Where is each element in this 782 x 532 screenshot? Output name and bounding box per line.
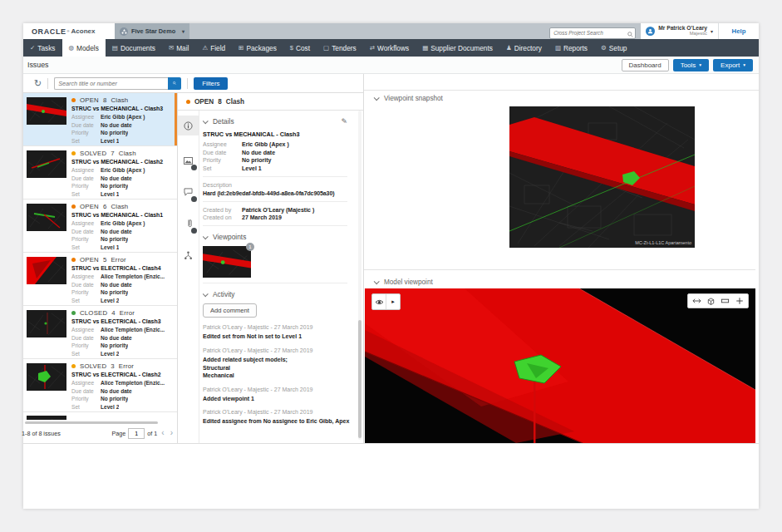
search-button[interactable] bbox=[168, 77, 181, 90]
orbit-button[interactable] bbox=[704, 294, 718, 308]
status-text: Clash bbox=[119, 150, 136, 157]
tab-documents[interactable]: ▤Documents bbox=[106, 39, 162, 57]
aconex-wordmark: Aconex bbox=[71, 27, 96, 35]
scrollbar-thumb[interactable] bbox=[358, 320, 361, 438]
issue-list-item[interactable]: OPEN8ClashSTRUC vs MECHANICAL - Clash3As… bbox=[23, 93, 177, 146]
issue-list-item[interactable] bbox=[23, 412, 177, 420]
help-link[interactable]: Help bbox=[718, 23, 759, 39]
status-text: Clash bbox=[111, 96, 128, 104]
user-name: Mr Patrick O'Leary bbox=[658, 26, 707, 32]
filters-button[interactable]: Filters bbox=[194, 77, 228, 90]
tab-comments[interactable] bbox=[178, 182, 199, 202]
field-label: Priority bbox=[71, 129, 101, 137]
pan-button[interactable] bbox=[690, 294, 704, 308]
project-selector[interactable]: Five Star Demo ▾ bbox=[115, 23, 189, 39]
viewpoint-thumbnail[interactable]: 1 bbox=[203, 246, 251, 278]
field-label: Priority bbox=[203, 157, 242, 163]
next-page-button[interactable]: › bbox=[169, 429, 175, 437]
tab-attachments[interactable] bbox=[178, 214, 199, 234]
tab-tenders[interactable]: ▢Tenders bbox=[317, 39, 363, 57]
tab-cost[interactable]: $Cost bbox=[283, 39, 317, 57]
field-icon: ⚠ bbox=[202, 44, 208, 52]
field-label: Due date bbox=[71, 175, 101, 183]
edit-details-icon[interactable]: ✎ bbox=[341, 117, 347, 126]
issue-field-row: AssigneeAlice Templeton (Enzic... bbox=[71, 379, 172, 387]
models-icon: ◍ bbox=[69, 44, 75, 52]
tab-supplier-documents[interactable]: ▦Supplier Documents bbox=[416, 39, 499, 57]
detail-field-row: Due dateNo due date bbox=[203, 150, 354, 155]
model-viewpoint-label: Model viewpoint bbox=[384, 278, 433, 286]
plus-icon bbox=[735, 297, 744, 305]
description-value: Hard (id:2eb9edaf-bfdb-449d-a8ea-0fa7dc9… bbox=[203, 190, 354, 196]
model-viewport[interactable]: ▸ bbox=[365, 288, 755, 443]
expand-panel-button[interactable]: ▸ bbox=[386, 294, 400, 309]
activity-section-header[interactable]: Activity bbox=[203, 290, 354, 298]
tab-label: Cost bbox=[296, 44, 310, 52]
tab-models[interactable]: ◍Models bbox=[62, 39, 106, 57]
field-value: No due date bbox=[101, 387, 132, 396]
tab-tasks[interactable]: ✓Tasks bbox=[23, 39, 62, 57]
comment-icon bbox=[184, 188, 193, 196]
image-icon bbox=[184, 157, 193, 165]
issue-list-item[interactable]: SOLVED3ErrorSTRUC vs ELECTRICAL - Clash2… bbox=[23, 359, 177, 412]
dashboard-button[interactable]: Dashboard bbox=[622, 59, 669, 71]
status-text: Error bbox=[120, 309, 135, 317]
field-value: Level 1 bbox=[101, 137, 119, 145]
cross-project-search-input[interactable] bbox=[549, 27, 636, 39]
tab-packages[interactable]: ⊞Packages bbox=[232, 39, 283, 57]
page-input[interactable] bbox=[128, 428, 145, 439]
details-label: Details bbox=[213, 117, 234, 126]
pan-icon bbox=[692, 298, 701, 304]
field-label: Priority bbox=[71, 395, 101, 403]
issue-list-item[interactable]: CLOSED4ErrorSTRUC vs ELECTRICAL - Clash3… bbox=[23, 306, 177, 359]
tab-mail[interactable]: ✉Mail bbox=[162, 39, 196, 57]
visibility-button[interactable] bbox=[372, 294, 386, 309]
field-value: Level 2 bbox=[101, 403, 119, 411]
tab-field[interactable]: ⚠Field bbox=[195, 39, 232, 57]
prev-page-button[interactable]: ‹ bbox=[160, 429, 165, 437]
model-viewpoint-header[interactable]: Model viewpoint bbox=[364, 274, 759, 289]
field-value: No priority bbox=[101, 182, 128, 190]
tab-info[interactable] bbox=[178, 116, 199, 135]
issue-list-item[interactable]: OPEN6ClashSTRUC vs MECHANICAL - Clash1As… bbox=[23, 200, 177, 253]
issue-field-row: AssigneeEric Gibb (Apex ) bbox=[71, 113, 172, 121]
field-label: Assignee bbox=[71, 166, 101, 175]
tab-label: Reports bbox=[563, 44, 588, 52]
issue-field-row: AssigneeEric Gibb (Apex ) bbox=[71, 166, 172, 175]
tools-button[interactable]: Tools▾ bbox=[673, 59, 709, 71]
activity-label: Activity bbox=[213, 290, 235, 298]
viewpoint-snapshot-header[interactable]: Viewpoint snapshot bbox=[364, 90, 759, 106]
tab-related-models[interactable] bbox=[178, 245, 199, 265]
tab-workflows[interactable]: ⇄Workflows bbox=[363, 39, 416, 57]
tasks-icon: ✓ bbox=[30, 44, 35, 52]
activity-text: Added viewpoint 1 bbox=[203, 395, 354, 403]
issue-list-item[interactable]: SOLVED7ClashSTRUC vs MECHANICAL - Clash2… bbox=[23, 146, 177, 200]
reports-icon: ▥ bbox=[555, 44, 561, 52]
horizontal-scrollbar[interactable] bbox=[25, 421, 158, 424]
tab-reports[interactable]: ▥Reports bbox=[548, 39, 594, 57]
tab-label: Supplier Documents bbox=[430, 44, 493, 52]
viewpoint-snapshot-image: MC-Zt-L1-L1C Apartamento bbox=[509, 106, 695, 248]
add-comment-button[interactable]: Add comment bbox=[203, 303, 257, 318]
field-value: 27 March 2019 bbox=[242, 214, 282, 220]
page-label: Page bbox=[112, 430, 126, 437]
tab-setup[interactable]: ⚙Setup bbox=[594, 39, 633, 57]
tab-directory[interactable]: ♟Directory bbox=[499, 39, 548, 57]
issue-thumbnail bbox=[27, 310, 66, 337]
tab-viewpoints[interactable] bbox=[178, 150, 199, 170]
status-text: 3 bbox=[111, 362, 115, 370]
issue-list-item[interactable]: OPEN5ErrorSTRUC vs ELECTRICAL - Clash4As… bbox=[23, 253, 177, 306]
field-label: Assignee bbox=[71, 113, 101, 121]
refresh-icon[interactable]: ↻ bbox=[34, 79, 42, 88]
chevron-down-icon: ▾ bbox=[699, 62, 701, 67]
viewpoints-section-header[interactable]: Viewpoints bbox=[203, 233, 354, 241]
issue-field-row: AssigneeAlice Templeton (Enzic... bbox=[71, 273, 172, 281]
status-text: Error bbox=[119, 362, 134, 370]
zoom-in-button[interactable] bbox=[732, 294, 746, 308]
export-button[interactable]: Export▾ bbox=[713, 59, 753, 71]
issue-search-input[interactable] bbox=[54, 77, 168, 90]
zoom-out-button[interactable] bbox=[718, 294, 732, 308]
field-label: Set bbox=[71, 297, 101, 305]
details-section-header[interactable]: Details ✎ bbox=[203, 117, 354, 126]
user-menu[interactable]: Mr Patrick O'Leary Majestic ▾ bbox=[641, 23, 718, 39]
